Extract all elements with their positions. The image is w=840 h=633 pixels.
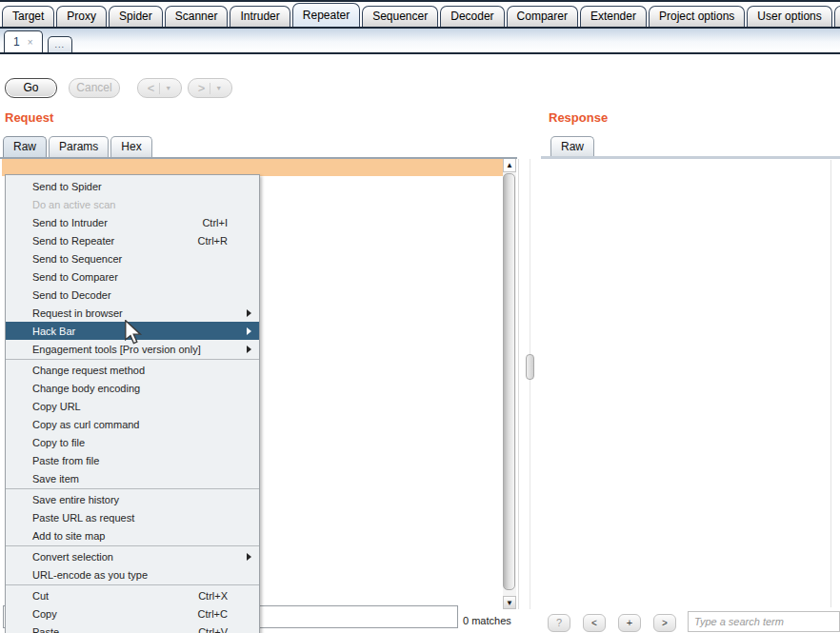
context-menu-item[interactable]: Copy as curl command xyxy=(6,415,259,433)
repeater-tab-label: 1 xyxy=(13,35,20,49)
menu-item-shortcut: Ctrl+X xyxy=(198,590,228,602)
main-tab[interactable]: Extender xyxy=(580,6,647,27)
request-editor-tab[interactable]: Hex xyxy=(110,136,151,157)
splitter-handle[interactable] xyxy=(526,354,534,380)
main-tab[interactable]: Sequencer xyxy=(362,6,438,27)
main-tab-bar: Target Proxy Spider Scanner Intruder Rep… xyxy=(0,2,840,27)
main-tab[interactable]: User options xyxy=(747,6,831,27)
history-back-button: < ▼ xyxy=(137,78,182,98)
main-tab[interactable]: Decoder xyxy=(440,6,504,27)
context-menu: Send to Spider Do an active scan Send to… xyxy=(5,174,260,633)
response-editor-tab-divider xyxy=(541,156,840,159)
main-tab[interactable]: Spider xyxy=(109,6,163,27)
request-panel-title: Request xyxy=(5,110,53,125)
context-menu-item[interactable]: Paste from file xyxy=(6,451,259,469)
request-editor-tab[interactable]: Raw xyxy=(3,136,47,157)
context-menu-item[interactable]: Send to Repeater Ctrl+R xyxy=(6,231,259,249)
menu-item-label: Copy URL xyxy=(32,401,81,412)
context-menu-item[interactable]: Engagement tools [Pro version only] xyxy=(6,340,259,358)
response-search-input[interactable] xyxy=(688,611,840,632)
search-next-button[interactable]: > xyxy=(653,614,676,632)
menu-item-shortcut: Ctrl+R xyxy=(198,235,228,247)
submenu-arrow-icon xyxy=(247,346,251,353)
main-tab[interactable]: Alerts xyxy=(834,6,840,27)
context-menu-item[interactable]: Cut Ctrl+X xyxy=(6,586,259,604)
menu-item-label: Save item xyxy=(32,473,79,485)
context-menu-item[interactable]: Send to Spider xyxy=(6,177,259,195)
context-menu-item[interactable]: Paste Ctrl+V xyxy=(6,623,259,633)
context-menu-item[interactable]: Copy URL xyxy=(6,397,259,415)
dropdown-arrow-icon: ▼ xyxy=(165,79,171,97)
menu-item-label: Change request method xyxy=(32,365,145,376)
menu-item-shortcut: Ctrl+V xyxy=(198,626,228,633)
context-menu-item[interactable]: Send to Comparer xyxy=(6,267,259,286)
context-menu-item[interactable]: Add to site map xyxy=(6,526,259,544)
go-button[interactable]: Go xyxy=(5,78,57,98)
new-tab-button[interactable]: ... xyxy=(48,36,73,52)
menu-item-label: Send to Sequencer xyxy=(32,253,122,265)
main-tab[interactable]: Scanner xyxy=(165,6,229,27)
context-menu-item[interactable]: Send to Intruder Ctrl+I xyxy=(6,213,259,231)
context-menu-item[interactable]: Paste URL as request xyxy=(6,508,259,526)
menu-item-label: Paste URL as request xyxy=(32,512,134,524)
context-menu-item[interactable]: Send to Decoder xyxy=(6,286,259,304)
scrollbar-thumb[interactable] xyxy=(503,173,515,590)
context-menu-item[interactable]: Hack Bar xyxy=(6,322,259,340)
scroll-up-icon[interactable]: ▲ xyxy=(503,159,516,172)
search-help-button[interactable]: ? xyxy=(548,614,570,632)
button-divider xyxy=(159,83,160,94)
response-editor-tab[interactable]: Raw xyxy=(550,136,594,157)
menu-item-label: Cut xyxy=(32,590,49,602)
menu-item-label: Engagement tools [Pro version only] xyxy=(32,344,201,355)
menu-item-label: Send to Intruder xyxy=(32,217,108,228)
request-editor-edge xyxy=(518,159,519,609)
search-prev-button[interactable]: < xyxy=(583,614,606,632)
menu-item-label: URL-encode as you type xyxy=(32,569,148,581)
context-menu-item[interactable]: Copy Ctrl+C xyxy=(6,604,259,623)
context-menu-item[interactable]: Change request method xyxy=(6,361,259,379)
burp-suite-window: Target Proxy Spider Scanner Intruder Rep… xyxy=(0,0,840,633)
history-forward-button: > ▼ xyxy=(188,78,232,98)
search-add-button[interactable]: + xyxy=(618,614,641,632)
main-tab[interactable]: Repeater xyxy=(292,3,360,27)
main-tab[interactable]: Comparer xyxy=(507,6,578,27)
close-tab-icon[interactable]: × xyxy=(28,37,33,48)
menu-item-label: Paste from file xyxy=(32,455,99,466)
context-menu-item[interactable]: Save item xyxy=(6,469,259,487)
menu-item-label: Copy xyxy=(32,608,57,620)
response-editor-tabs: Raw xyxy=(550,136,596,157)
menu-item-label: Send to Comparer xyxy=(32,271,118,283)
menu-item-label: Hack Bar xyxy=(32,326,75,337)
panel-splitter[interactable] xyxy=(530,159,530,609)
repeater-tab-1[interactable]: 1 × xyxy=(4,30,43,52)
request-editor-tab[interactable]: Params xyxy=(49,136,109,157)
menu-item-label: Copy to file xyxy=(32,437,85,448)
main-tab[interactable]: Intruder xyxy=(230,6,290,27)
context-menu-item[interactable]: Request in browser xyxy=(6,304,259,322)
context-menu-item[interactable]: Do an active scan xyxy=(6,195,259,213)
context-menu-item[interactable]: URL-encode as you type xyxy=(6,565,259,584)
request-scrollbar[interactable]: ▲ ▼ xyxy=(503,159,516,609)
sub-tab-divider xyxy=(0,52,840,54)
main-tab[interactable]: Proxy xyxy=(56,6,107,27)
menu-item-shortcut: Ctrl+I xyxy=(202,217,228,228)
forward-arrow-icon: > xyxy=(198,79,206,97)
button-divider xyxy=(210,83,210,94)
main-tab[interactable]: Project options xyxy=(649,6,745,27)
context-menu-item[interactable]: Copy to file xyxy=(6,433,259,451)
menu-item-label: Change body encoding xyxy=(32,383,140,394)
menu-item-label: Copy as curl command xyxy=(32,419,140,430)
dropdown-arrow-icon: ▼ xyxy=(215,79,222,97)
context-menu-item[interactable]: Change body encoding xyxy=(6,379,259,397)
scroll-down-icon[interactable]: ▼ xyxy=(503,596,516,609)
menu-item-shortcut: Ctrl+C xyxy=(198,608,228,620)
menu-item-label: Send to Spider xyxy=(32,181,102,192)
back-arrow-icon: < xyxy=(148,79,155,97)
menu-item-label: Paste xyxy=(32,626,59,633)
main-tab[interactable]: Target xyxy=(2,6,54,27)
context-menu-item[interactable]: Convert selection xyxy=(6,547,259,565)
menu-item-label: Send to Decoder xyxy=(32,289,111,301)
context-menu-item[interactable]: Send to Sequencer xyxy=(6,249,259,267)
request-match-count: 0 matches xyxy=(463,615,511,626)
context-menu-item[interactable]: Save entire history xyxy=(6,490,259,508)
